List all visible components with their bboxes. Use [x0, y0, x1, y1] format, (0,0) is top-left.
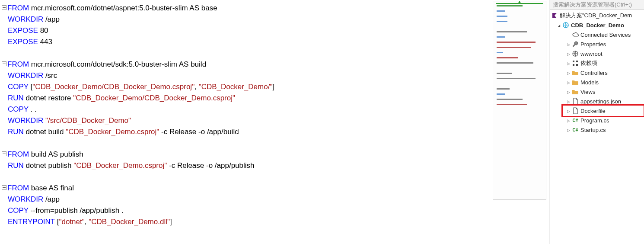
code-line[interactable]: WORKDIR /src [2, 70, 493, 81]
file-icon [572, 98, 579, 105]
expand-icon[interactable] [566, 99, 571, 104]
tree-item-label: Startup.cs [580, 127, 606, 133]
vs-solution-icon [551, 12, 558, 19]
code-line[interactable]: EXPOSE 80 [2, 25, 493, 36]
code-line[interactable] [2, 48, 493, 59]
expand-icon[interactable] [566, 128, 571, 132]
fold-icon[interactable] [2, 185, 6, 190]
tree-item-appsettings-json[interactable]: appsettings.json [550, 96, 644, 106]
cs-icon: C# [572, 117, 579, 124]
folder-icon [572, 88, 579, 95]
tree-item-label: Dockerfile [580, 108, 606, 114]
tree-item-label: appsettings.json [580, 98, 621, 105]
code-line[interactable]: ENTRYPOINT ["dotnet", "CDB_Docker_Demo.d… [2, 216, 493, 228]
expand-icon[interactable] [566, 109, 571, 113]
code-line[interactable] [2, 138, 493, 149]
code-line[interactable]: RUN dotnet publish "CDB_Docker_Demo.cspr… [2, 160, 493, 171]
code-line[interactable]: RUN dotnet build "CDB_Docker_Demo.csproj… [2, 126, 493, 138]
folder-icon [572, 69, 579, 76]
solution-explorer-panel: 搜索解决方案资源管理器(Ctrl+;) 解决方案"CDB_Docker_Dem … [549, 0, 644, 244]
code-line[interactable]: WORKDIR /app [2, 14, 493, 25]
tree-item-wwwroot[interactable]: wwwroot [550, 49, 644, 58]
code-line[interactable]: WORKDIR "/src/CDB_Docker_Demo" [2, 115, 493, 126]
project-label: CDB_Docker_Demo [571, 22, 624, 29]
file-icon [572, 107, 579, 114]
tree-item-label: wwwroot [580, 51, 603, 57]
tree-item-views[interactable]: Views [550, 87, 644, 96]
tree-item-properties[interactable]: Properties [550, 39, 644, 49]
svg-rect-4 [573, 64, 574, 66]
tree-item--[interactable]: 依赖项 [550, 58, 644, 68]
code-line[interactable]: EXPOSE 443 [2, 36, 493, 48]
cloud-icon [572, 31, 579, 38]
code-line[interactable]: FROM mcr.microsoft.com/dotnet/sdk:5.0-bu… [2, 59, 493, 70]
globe-icon [572, 50, 579, 57]
solution-label: 解决方案"CDB_Docker_Dem [560, 12, 632, 19]
dep-icon [572, 60, 579, 67]
code-line[interactable]: COPY . . [2, 104, 493, 115]
tree-item-label: Properties [580, 41, 606, 48]
wrench-icon [572, 41, 579, 48]
code-line[interactable]: FROM base AS final [2, 183, 493, 194]
solution-row[interactable]: 解决方案"CDB_Docker_Dem [550, 11, 644, 20]
folder-icon [572, 79, 579, 86]
tree-item-models[interactable]: Models [550, 77, 644, 87]
svg-rect-5 [576, 64, 578, 66]
tree-item-label: Models [580, 79, 599, 86]
tree-item-label: Views [580, 89, 595, 95]
cs-icon: C# [572, 126, 579, 133]
svg-rect-2 [573, 61, 574, 62]
fold-icon[interactable] [2, 151, 6, 156]
code-editor[interactable]: FROM mcr.microsoft.com/dotnet/aspnet:5.0… [0, 0, 493, 244]
tree-item-label: Program.cs [580, 117, 609, 124]
code-line[interactable]: COPY ["CDB_Docker_Demo/CDB_Docker_Demo.c… [2, 81, 493, 93]
expand-icon[interactable] [566, 71, 571, 75]
project-icon [562, 22, 569, 29]
code-line[interactable]: FROM build AS publish [2, 149, 493, 160]
tree-item-dockerfile[interactable]: Dockerfile [550, 106, 644, 116]
expand-icon[interactable] [566, 42, 571, 47]
tree-item-program-cs[interactable]: C#Program.cs [550, 116, 644, 125]
code-line[interactable]: COPY --from=publish /app/publish . [2, 205, 493, 216]
tree-item-startup-cs[interactable]: C#Startup.cs [550, 125, 644, 135]
expand-icon[interactable] [566, 90, 571, 94]
tree-item-label: 依赖项 [580, 59, 597, 67]
solution-search-input[interactable]: 搜索解决方案资源管理器(Ctrl+;) [550, 0, 644, 10]
tree-item-label: Controllers [580, 70, 608, 76]
expand-icon[interactable] [556, 23, 561, 28]
fold-icon[interactable] [2, 61, 6, 66]
fold-icon[interactable] [2, 5, 6, 10]
svg-rect-3 [576, 61, 578, 62]
code-line[interactable]: WORKDIR /app [2, 194, 493, 205]
tree-item-connected-services[interactable]: Connected Services [550, 30, 644, 39]
expand-icon[interactable] [566, 51, 571, 56]
code-line[interactable]: RUN dotnet restore "CDB_Docker_Demo/CDB_… [2, 93, 493, 104]
expand-icon[interactable] [566, 80, 571, 85]
minimap[interactable]: ▲ [493, 1, 546, 200]
code-line[interactable]: FROM mcr.microsoft.com/dotnet/aspnet:5.0… [2, 3, 493, 14]
expand-icon[interactable] [566, 61, 571, 66]
tree-item-controllers[interactable]: Controllers [550, 68, 644, 77]
tree-item-label: Connected Services [580, 32, 631, 38]
project-row[interactable]: CDB_Docker_Demo [550, 20, 644, 30]
code-line[interactable] [2, 171, 493, 183]
expand-icon[interactable] [566, 118, 571, 123]
